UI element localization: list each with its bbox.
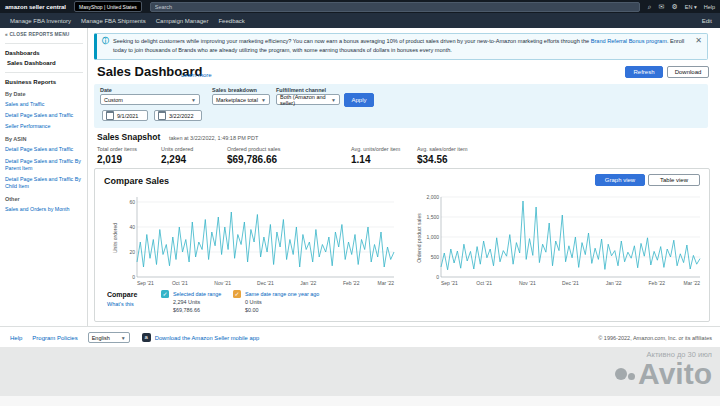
compare-sales-card: Compare Sales Graph view Table view Unit… <box>94 168 710 322</box>
nav-edit-link[interactable]: Edit <box>702 18 712 24</box>
learn-more-link[interactable]: Learn more <box>181 72 212 78</box>
sidebar-item-detail-page-sales-traffic-date[interactable]: Detail Page Sales and Traffic <box>5 112 83 119</box>
svg-text:0: 0 <box>436 274 439 280</box>
svg-text:1,500: 1,500 <box>426 214 439 220</box>
download-button[interactable]: Download <box>667 66 709 78</box>
settings-gear-icon[interactable]: ⚙ <box>671 3 677 11</box>
metric-units-ordered: Units ordered2,294 <box>161 146 193 165</box>
svg-text:Mar '22: Mar '22 <box>683 280 700 286</box>
selected-range-checkbox[interactable]: ✓ <box>161 290 169 298</box>
sidebar-item-seller-performance[interactable]: Seller Performance <box>5 123 83 130</box>
nav-manage-fba-inventory[interactable]: Manage FBA Inventory <box>10 18 71 24</box>
sidebar-header-business-reports: Business Reports <box>5 79 83 85</box>
svg-text:40: 40 <box>129 224 135 230</box>
sales-snapshot-title: Sales Snapshot <box>97 132 160 142</box>
bottom-strip <box>0 396 720 406</box>
year-ago-checkbox[interactable]: ✓ <box>233 290 241 298</box>
svg-text:500: 500 <box>431 254 440 260</box>
nav-manage-fba-shipments[interactable]: Manage FBA Shipments <box>81 18 146 24</box>
metric-avg-units-order-item: Avg. units/order item1.14 <box>351 146 400 165</box>
year-ago-label[interactable]: Same date range one year ago <box>245 290 319 298</box>
brand-referral-bonus-link[interactable]: Brand Referral Bonus program <box>591 38 667 44</box>
sidebar-item-sales-and-traffic[interactable]: Sales and Traffic <box>5 101 83 108</box>
page-background <box>0 347 720 396</box>
chevron-down-icon: ▼ <box>121 335 126 341</box>
svg-text:2,000: 2,000 <box>426 194 439 200</box>
date-filter-label: Date <box>100 87 112 93</box>
selected-range-sales: $69,786.66 <box>173 306 221 314</box>
table-view-button[interactable]: Table view <box>648 174 700 186</box>
svg-text:Nov '21: Nov '21 <box>214 280 231 286</box>
banner-text: Seeking to delight customers while impro… <box>113 37 690 54</box>
sidebar-subheader-other: Other <box>5 196 83 202</box>
search-input[interactable] <box>150 2 640 12</box>
snapshot-timestamp: taken at 3/22/2022, 1:49:18 PM PDT <box>169 135 258 141</box>
fulfillment-channel-select[interactable]: Both (Amazon and seller)▼ <box>276 94 340 105</box>
product-sales-plot: 05001,0001,5002,000Sep '21Oct '21Nov '21… <box>423 193 703 287</box>
page-footer: Help Program Policies English▼ a Downloa… <box>0 326 720 348</box>
nav-feedback[interactable]: Feedback <box>218 18 244 24</box>
selected-range-units: 2,294 Units <box>173 298 221 306</box>
svg-text:Jan '22: Jan '22 <box>606 280 622 286</box>
close-reports-menu[interactable]: « CLOSE REPORTS MENU <box>5 32 83 37</box>
end-date-input[interactable]: 3/22/2022 <box>154 110 202 121</box>
svg-text:Nov '21: Nov '21 <box>519 280 536 286</box>
promo-banner: ⓘ Seeking to delight customers while imp… <box>94 33 708 60</box>
svg-text:20: 20 <box>129 249 135 255</box>
units-ordered-chart: Units ordered 0204060Sep '21Oct '21Nov '… <box>109 193 397 287</box>
sidebar-item-sales-orders-by-month[interactable]: Sales and Orders by Month <box>5 206 83 213</box>
whats-this-link[interactable]: What's this <box>107 301 134 307</box>
product-sales-chart: Ordered product sales 05001,0001,5002,00… <box>413 193 703 287</box>
graph-view-button[interactable]: Graph view <box>595 174 645 186</box>
compare-sales-title: Compare Sales <box>104 176 169 186</box>
svg-text:Mar '22: Mar '22 <box>377 280 394 286</box>
year-ago-units: 0 Units <box>245 298 319 306</box>
svg-text:Oct '21: Oct '21 <box>172 280 188 286</box>
language-selector[interactable]: EN ▾ <box>685 4 697 10</box>
filters-panel: Date Custom▼ 9/1/2021 3/22/2022 Sales br… <box>94 84 708 128</box>
sales-breakdown-label: Sales breakdown <box>212 87 257 93</box>
footer-help-link[interactable]: Help <box>10 335 22 341</box>
sidebar-divider <box>5 72 83 73</box>
footer-language-select[interactable]: English▼ <box>88 332 130 343</box>
selected-range-label[interactable]: Selected date range <box>173 290 221 298</box>
units-ordered-plot: 0204060Sep '21Oct '21Nov '21Dec '21Jan '… <box>119 193 397 287</box>
secondary-nav: Manage FBA Inventory Manage FBA Shipment… <box>0 13 720 28</box>
svg-text:0: 0 <box>132 274 135 280</box>
calendar-icon <box>158 111 166 120</box>
year-ago-sales: $0.00 <box>245 306 319 314</box>
sidebar-item-sales-dashboard[interactable]: Sales Dashboard <box>7 60 83 66</box>
date-range-select[interactable]: Custom▼ <box>100 94 200 105</box>
refresh-button[interactable]: Refresh <box>625 66 663 78</box>
svg-text:Sep '21: Sep '21 <box>137 280 154 286</box>
units-chart-y-axis-label: Units ordered <box>112 208 118 268</box>
shop-selector[interactable]: MasyShop | United States <box>74 1 142 12</box>
sidebar-item-detail-page-sales-traffic-asin[interactable]: Detail Page Sales and Traffic <box>5 146 83 153</box>
messages-icon[interactable]: ✉ <box>659 3 665 11</box>
start-date-input[interactable]: 9/1/2021 <box>102 110 148 121</box>
svg-text:60: 60 <box>129 199 135 205</box>
page-body: « CLOSE REPORTS MENU Dashboards Sales Da… <box>0 28 720 326</box>
svg-text:Jan '22: Jan '22 <box>300 280 316 286</box>
metric-avg-sales-order-item: Avg. sales/order item$34.56 <box>417 146 468 165</box>
sidebar-item-detail-page-sales-traffic-child[interactable]: Detail Page Sales and Traffic By Child I… <box>5 176 83 190</box>
copyright-text: © 1996-2022, Amazon.com, Inc. or its aff… <box>598 335 712 341</box>
sidebar-subheader-by-asin: By ASIN <box>5 136 83 142</box>
nav-campaign-manager[interactable]: Campaign Manager <box>156 18 209 24</box>
amazon-app-icon: a <box>142 333 151 342</box>
search-icon[interactable]: ⌕ <box>648 3 652 11</box>
footer-program-policies-link[interactable]: Program Policies <box>32 335 77 341</box>
svg-text:1,000: 1,000 <box>426 234 439 240</box>
sales-breakdown-select[interactable]: Marketplace total▼ <box>212 94 270 105</box>
banner-close-icon[interactable]: ✕ <box>695 37 702 45</box>
top-bar: amazon seller central MasyShop | United … <box>0 0 720 13</box>
apply-button[interactable]: Apply <box>344 93 374 107</box>
svg-text:Feb '22: Feb '22 <box>649 280 666 286</box>
reports-sidebar: « CLOSE REPORTS MENU Dashboards Sales Da… <box>0 28 88 326</box>
amazon-seller-central-logo: amazon seller central <box>5 4 66 10</box>
sidebar-item-detail-page-sales-traffic-parent[interactable]: Detail Page Sales and Traffic By Parent … <box>5 158 83 172</box>
mobile-app-link[interactable]: Download the Amazon Seller mobile app <box>155 335 259 341</box>
main-content: ⓘ Seeking to delight customers while imp… <box>89 28 720 326</box>
sidebar-subheader-by-date: By Date <box>5 91 83 97</box>
help-link[interactable]: Help <box>704 4 715 10</box>
